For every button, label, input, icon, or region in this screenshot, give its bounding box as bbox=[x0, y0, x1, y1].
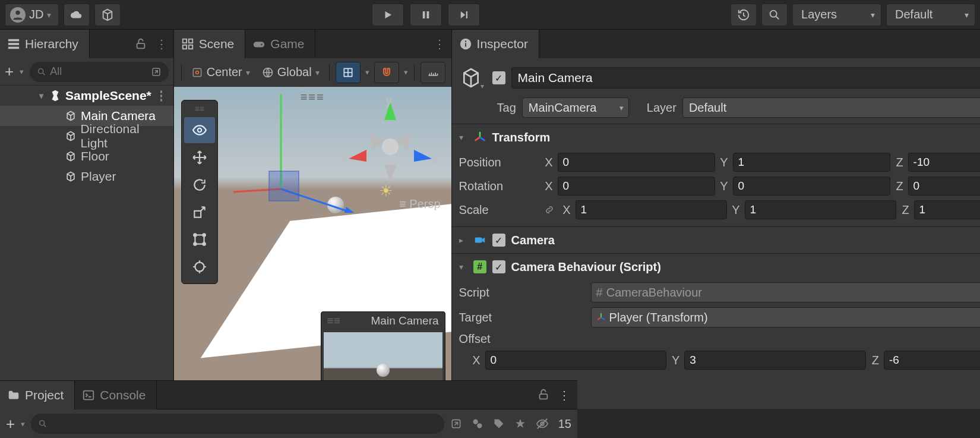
scene-viewport[interactable]: ≡≡≡ ☀ ≡≡ bbox=[174, 87, 451, 409]
move-tool[interactable] bbox=[184, 144, 215, 171]
collapse-icon[interactable]: ▾ bbox=[459, 262, 467, 272]
tag-dropdown[interactable]: MainCamera bbox=[522, 97, 629, 118]
position-y-field[interactable] bbox=[733, 153, 890, 172]
chevron-down-icon[interactable]: ▾ bbox=[20, 67, 24, 76]
menu-icon[interactable]: ⋮ bbox=[558, 388, 570, 402]
increment-snap-button[interactable] bbox=[421, 62, 445, 83]
offset-x-field[interactable] bbox=[485, 351, 667, 370]
rect-tool[interactable] bbox=[184, 226, 215, 253]
filter-by-type-icon[interactable] bbox=[450, 418, 462, 430]
hierarchy-tab[interactable]: Hierarchy bbox=[0, 30, 90, 58]
hierarchy-item-player[interactable]: Player bbox=[0, 166, 173, 187]
transform-component: ▾ Transform ⋮ Position X Y bbox=[452, 124, 980, 226]
transform-tool[interactable] bbox=[184, 254, 215, 280]
projection-label[interactable]: ≡ Persp bbox=[399, 197, 440, 211]
collapse-icon[interactable]: ▾ bbox=[37, 91, 45, 100]
offset-y-field[interactable] bbox=[684, 351, 866, 370]
camera-enabled-checkbox[interactable]: ✓ bbox=[492, 234, 505, 247]
add-button[interactable]: + bbox=[6, 415, 15, 433]
tag-label: Tag bbox=[497, 101, 516, 115]
hierarchy-search[interactable]: All bbox=[30, 62, 169, 82]
rotation-z-field[interactable] bbox=[908, 177, 980, 196]
transform-header[interactable]: ▾ Transform ⋮ bbox=[452, 124, 980, 150]
active-checkbox[interactable]: ✓ bbox=[492, 71, 505, 84]
magnet-icon bbox=[381, 67, 393, 78]
offset-z-field[interactable] bbox=[884, 351, 980, 370]
inspector-tab[interactable]: Inspector bbox=[452, 30, 539, 58]
link-icon[interactable] bbox=[543, 204, 555, 216]
space-mode-dropdown[interactable]: Global ▾ bbox=[258, 65, 323, 79]
project-tab[interactable]: Project bbox=[0, 381, 75, 409]
svg-point-29 bbox=[203, 234, 205, 236]
play-button[interactable] bbox=[372, 4, 404, 26]
chevron-down-icon[interactable]: ▾ bbox=[404, 68, 408, 77]
popout-icon[interactable] bbox=[151, 67, 162, 77]
cloud-button[interactable] bbox=[64, 4, 90, 26]
game-tab[interactable]: Game bbox=[245, 30, 315, 58]
scale-x-field[interactable] bbox=[576, 200, 727, 219]
orientation-gizmo[interactable]: y x z ≡ Persp bbox=[340, 96, 441, 197]
view-tool[interactable] bbox=[184, 117, 215, 143]
search-button[interactable] bbox=[761, 4, 788, 26]
unlock-icon[interactable] bbox=[537, 388, 550, 402]
script-enabled-checkbox[interactable]: ✓ bbox=[492, 260, 505, 273]
snap-button[interactable] bbox=[374, 62, 399, 83]
position-z-field[interactable] bbox=[908, 153, 980, 172]
step-button[interactable] bbox=[448, 4, 480, 26]
filter-icon[interactable] bbox=[472, 418, 483, 430]
chevron-down-icon[interactable]: ▾ bbox=[21, 420, 25, 428]
drag-handle-icon[interactable]: ≡≡ bbox=[327, 314, 340, 327]
search-icon bbox=[37, 67, 46, 77]
position-x-field[interactable] bbox=[558, 153, 715, 172]
package-manager-button[interactable] bbox=[94, 4, 121, 26]
account-initials: JD bbox=[29, 8, 43, 21]
collapse-icon[interactable]: ▾ bbox=[459, 133, 467, 142]
account-button[interactable]: JD ▾ bbox=[5, 4, 59, 26]
grid-icon bbox=[342, 67, 354, 78]
scale-z-field[interactable] bbox=[914, 200, 980, 219]
scale-tool[interactable] bbox=[184, 199, 215, 225]
object-name-field[interactable] bbox=[511, 67, 980, 89]
menu-icon[interactable]: ⋮ bbox=[156, 37, 167, 51]
favorite-icon[interactable] bbox=[514, 418, 526, 430]
scene-header: Scene Game ⋮ bbox=[174, 30, 451, 58]
hidden-count: 15 bbox=[558, 417, 571, 431]
pivot-mode-dropdown[interactable]: Center ▾ bbox=[188, 65, 254, 79]
chevron-down-icon[interactable]: ▾ bbox=[365, 68, 369, 77]
scene-row[interactable]: ▾ SampleScene* ⋮ bbox=[0, 86, 173, 106]
rotation-y-field[interactable] bbox=[733, 177, 890, 196]
unlock-icon[interactable] bbox=[134, 37, 147, 51]
menu-icon[interactable]: ⋮ bbox=[434, 37, 445, 51]
layers-dropdown[interactable]: Layers bbox=[792, 4, 881, 26]
pause-button[interactable] bbox=[410, 4, 442, 26]
svg-point-4 bbox=[770, 10, 777, 17]
rotate-tool[interactable] bbox=[184, 172, 215, 198]
transform-gizmo[interactable] bbox=[227, 88, 358, 213]
script-header[interactable]: ▾ # ✓ Camera Behaviour (Script) ⋮ bbox=[452, 254, 980, 280]
layer-dropdown[interactable]: Default bbox=[682, 97, 980, 118]
rotation-x-field[interactable] bbox=[558, 177, 715, 196]
info-icon bbox=[459, 37, 472, 51]
scale-y-field[interactable] bbox=[745, 200, 896, 219]
drag-handle-icon[interactable]: ≡≡ bbox=[195, 104, 204, 116]
project-search[interactable] bbox=[31, 414, 444, 434]
add-button[interactable]: + bbox=[5, 62, 14, 81]
console-tab[interactable]: Console bbox=[75, 381, 157, 409]
target-field[interactable]: Player (Transform) bbox=[591, 307, 980, 327]
hierarchy-tree: ▾ SampleScene* ⋮ Main Camera Directional… bbox=[0, 86, 173, 409]
scene-icon bbox=[181, 37, 194, 51]
grid-snap-button[interactable] bbox=[336, 62, 361, 83]
hierarchy-item-directional-light[interactable]: Directional Light bbox=[0, 126, 173, 146]
pivot-icon bbox=[191, 67, 203, 78]
undo-history-button[interactable] bbox=[731, 4, 757, 26]
hidden-icon[interactable] bbox=[536, 417, 549, 430]
camera-header[interactable]: ▸ ✓ Camera ⋮ bbox=[452, 227, 980, 253]
layout-dropdown[interactable]: Default bbox=[886, 4, 975, 26]
scale-icon bbox=[192, 204, 207, 220]
expand-icon[interactable]: ▸ bbox=[459, 235, 467, 245]
label-icon[interactable] bbox=[493, 418, 505, 430]
scene-tab[interactable]: Scene bbox=[174, 30, 246, 58]
menu-icon[interactable]: ⋮ bbox=[155, 89, 167, 103]
script-icon: # bbox=[473, 260, 486, 273]
gameobject-icon[interactable]: ▾ bbox=[459, 64, 486, 92]
